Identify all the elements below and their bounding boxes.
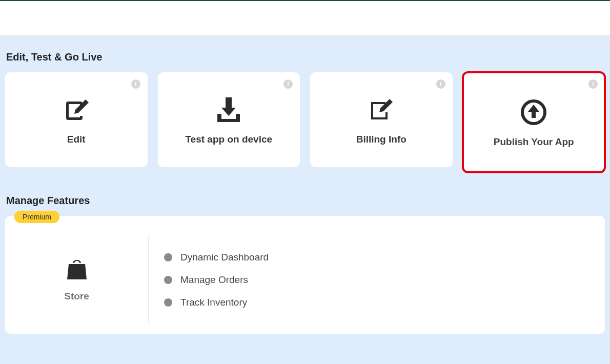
bullet-text: Manage Orders	[180, 274, 248, 286]
bullet-icon	[164, 276, 172, 284]
feature-bullets: Dynamic Dashboard Manage Orders Track In…	[149, 226, 605, 334]
publish-card[interactable]: i Publish Your App	[463, 72, 605, 172]
feature-left[interactable]: Store	[5, 236, 149, 323]
svg-marker-3	[528, 105, 539, 118]
card-label: Test app on device	[185, 134, 272, 145]
card-label: Edit	[67, 134, 86, 145]
svg-marker-1	[221, 108, 236, 116]
edit-icon	[63, 95, 90, 125]
info-icon[interactable]: i	[436, 79, 445, 89]
test-app-card[interactable]: i Test app on device	[158, 72, 300, 167]
list-item: Manage Orders	[164, 274, 605, 286]
bullet-icon	[164, 253, 172, 261]
section-title-manage: Manage Features	[6, 195, 605, 207]
main-canvas: Edit, Test & Go Live i Edit i	[0, 36, 610, 364]
upload-circle-icon	[520, 97, 547, 127]
feature-panel: Premium Store Dynamic Dashboard Ma	[5, 216, 605, 334]
svg-rect-0	[226, 97, 232, 108]
bullet-text: Dynamic Dashboard	[180, 252, 269, 263]
bullet-icon	[164, 298, 172, 307]
premium-badge: Premium	[14, 211, 59, 223]
bag-icon	[66, 258, 88, 281]
edit-card[interactable]: i Edit	[5, 72, 148, 167]
cards-row: i Edit i Test app on device	[5, 72, 605, 172]
feature-name: Store	[64, 291, 89, 302]
card-label: Billing Info	[356, 134, 406, 145]
info-icon[interactable]: i	[283, 79, 293, 89]
section-title-edit: Edit, Test & Go Live	[6, 51, 605, 63]
info-icon[interactable]: i	[588, 79, 598, 89]
info-icon[interactable]: i	[131, 79, 140, 89]
bullet-text: Track Inventory	[180, 297, 247, 308]
compose-icon	[369, 95, 394, 125]
list-item: Track Inventory	[164, 297, 605, 308]
billing-card[interactable]: i Billing Info	[310, 72, 453, 167]
card-label: Publish Your App	[494, 136, 574, 148]
download-icon	[214, 95, 243, 125]
top-bar	[0, 0, 610, 36]
list-item: Dynamic Dashboard	[164, 252, 605, 263]
section-manage: Manage Features Premium Store Dynamic Da…	[5, 195, 605, 334]
